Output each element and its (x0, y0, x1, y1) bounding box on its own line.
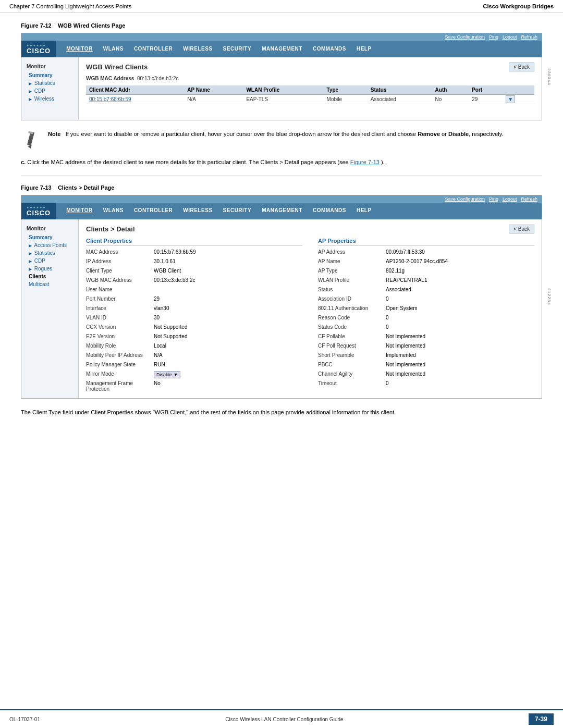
wlan-profile-value: REAPCENTRAL1 (386, 277, 534, 283)
sidebar2-item-accesspoints[interactable]: ▶ Access Points (21, 241, 78, 249)
nav-management[interactable]: MANAGEMENT (256, 41, 308, 57)
short-preamble-label: Short Preamble (318, 352, 386, 358)
arrow-icon: ▶ (29, 81, 32, 86)
policy-value: RUN (154, 362, 302, 367)
sidebar1-item-wireless[interactable]: ▶ Wireless (21, 95, 78, 103)
ping-link2[interactable]: Ping (489, 196, 498, 202)
mirror-dropdown[interactable]: Disable ▼ (154, 371, 180, 378)
detail-row-ap-status: Status Associated (318, 287, 534, 295)
sidebar2-item-statistics[interactable]: ▶ Statistics (21, 249, 78, 257)
detail-row-ip: IP Address 30.1.0.61 (86, 258, 302, 267)
reason-code-value: 0 (386, 315, 534, 320)
nav-help[interactable]: HELP (351, 41, 377, 57)
status-code-label: Status Code (318, 324, 386, 330)
mobility-peer-value: N/A (154, 352, 302, 358)
client-props-title: Client Properties (86, 238, 302, 246)
figure13-caption: Figure 7-13 Clients > Detail Page (21, 184, 542, 191)
wgb-mac-value: 00:13:c3:de:b3:2c (154, 277, 302, 283)
ap-name-value: AP1250-2-0017.94cc.d854 (386, 258, 534, 264)
sidebar1-item-cdp[interactable]: ▶ CDP (21, 87, 78, 95)
footer-left: OL-17037-01 (9, 717, 40, 722)
e2e-value: Not Supported (154, 334, 302, 339)
panel2-nav-items: MONITOR WLANs CONTROLLER WIRELESS SECURI… (61, 203, 542, 219)
cf-poll-req-value: Not Implemented (386, 343, 534, 349)
cisco-logo-text2: CISCO (27, 209, 51, 217)
nav2-security[interactable]: SECURITY (218, 203, 257, 219)
detail-row-cf-pollable: CF Pollable Not Implemented (318, 334, 534, 342)
detail-row-cf-poll-req: CF Poll Request Not Implemented (318, 343, 534, 351)
sidebar1-item-summary[interactable]: Summary (21, 71, 78, 79)
ap-status-value: Associated (386, 287, 534, 292)
logout-link[interactable]: Logout (503, 34, 517, 40)
panel2-topbar: Save Configuration Ping Logout Refresh (21, 195, 542, 203)
note-content: Note If you ever want to disable or remo… (48, 130, 504, 139)
cisco-logo-text: CISCO (27, 47, 51, 55)
sidebar1-item-statistics[interactable]: ▶ Statistics (21, 79, 78, 87)
nav2-monitor[interactable]: MONITOR (61, 203, 98, 219)
username-label: User Name (86, 287, 154, 292)
detail-row-policy: Policy Manager State RUN (86, 362, 302, 370)
refresh-link2[interactable]: Refresh (521, 196, 537, 202)
panel1-sidebar: Monitor Summary ▶ Statistics ▶ CDP ▶ Wir… (21, 57, 79, 120)
ccx-label: CCX Version (86, 324, 154, 330)
detail-row-ap-addr: AP Address 00:09:b7:ff:53:30 (318, 249, 534, 257)
timeout-value: 0 (386, 380, 534, 386)
80211-auth-value: Open System (386, 305, 534, 311)
nav-wireless[interactable]: WIRELESS (178, 41, 217, 57)
interface-value: vlan30 (154, 305, 302, 311)
sidebar2-item-rogues[interactable]: ▶ Rogues (21, 265, 78, 273)
panel1-back-button[interactable]: < Back (509, 63, 534, 71)
nav-wlans[interactable]: WLANs (98, 41, 129, 57)
pbcc-value: Not Implemented (386, 362, 534, 367)
detail-row-channel-agility: Channel Agility Not Implemented (318, 371, 534, 379)
panel2-main: Clients > Detail < Back Client Propertie… (79, 219, 542, 398)
figure13-link[interactable]: Figure 7-13 (350, 159, 380, 165)
ap-props-title: AP Properties (318, 238, 534, 246)
detail-row-wgb-mac: WGB MAC Address 00:13:c3:de:b3:2c (86, 277, 302, 286)
detail-row-mgmt-frame: Management Frame Protection No (86, 380, 302, 392)
col-action (503, 85, 534, 95)
client-type-label: Client Type (86, 268, 154, 274)
row-dropdown[interactable]: ▼ (506, 95, 515, 103)
detail-row-assoc-id: Association ID 0 (318, 296, 534, 304)
nav-commands[interactable]: COMMANDS (308, 41, 351, 57)
sidebar2-item-clients[interactable]: Clients (21, 273, 78, 280)
ping-link[interactable]: Ping (489, 34, 498, 40)
nav2-wlans[interactable]: WLANs (98, 203, 129, 219)
nav2-commands[interactable]: COMMANDS (308, 203, 351, 219)
panel1-main: WGB Wired Clients < Back WGB MAC Address… (79, 57, 542, 120)
nav-monitor[interactable]: MONITOR (61, 41, 98, 57)
logout-link2[interactable]: Logout (503, 196, 517, 202)
sidebar2-item-summary[interactable]: Summary (21, 233, 78, 241)
nav-security[interactable]: SECURITY (218, 41, 257, 57)
refresh-link[interactable]: Refresh (521, 34, 537, 40)
nav2-controller[interactable]: CONTROLLER (129, 203, 178, 219)
type-cell: Mobile (324, 95, 368, 104)
nav2-wireless[interactable]: WIRELESS (178, 203, 217, 219)
nav2-help[interactable]: HELP (351, 203, 377, 219)
sidebar2-item-cdp[interactable]: ▶ CDP (21, 257, 78, 265)
panel1-topbar: Save Configuration Ping Logout Refresh (21, 33, 542, 41)
panel2-back-button[interactable]: < Back (509, 225, 534, 233)
save-config-link2[interactable]: Save Configuration (445, 196, 485, 202)
client-properties-col: Client Properties MAC Address 00:15:b7:6… (86, 238, 302, 393)
ap-addr-label: AP Address (318, 249, 386, 255)
save-config-link[interactable]: Save Configuration (445, 34, 485, 40)
detail-row-interface: Interface vlan30 (86, 305, 302, 314)
panel1-body: Monitor Summary ▶ Statistics ▶ CDP ▶ Wir… (21, 57, 542, 120)
vlan-label: VLAN ID (86, 315, 154, 320)
80211-auth-label: 802.11 Authentication (318, 305, 386, 311)
detail-row-pbcc: PBCC Not Implemented (318, 362, 534, 370)
ip-label: IP Address (86, 258, 154, 264)
detail-columns: Client Properties MAC Address 00:15:b7:6… (86, 238, 534, 393)
reason-code-label: Reason Code (318, 315, 386, 320)
arrow-icon: ▶ (29, 89, 32, 94)
page-footer: OL-17037-01 Cisco Wireless LAN Controlle… (0, 709, 563, 728)
detail-row-short-preamble: Short Preamble Implemented (318, 352, 534, 361)
client-mac-link[interactable]: 00:15:b7:68:6b:59 (89, 96, 131, 102)
sidebar2-item-multicast[interactable]: Multicast (21, 280, 78, 288)
ap-addr-value: 00:09:b7:ff:53:30 (386, 249, 534, 255)
nav2-management[interactable]: MANAGEMENT (256, 203, 308, 219)
nav-controller[interactable]: CONTROLLER (129, 41, 178, 57)
detail-row-ap-name: AP Name AP1250-2-0017.94cc.d854 (318, 258, 534, 267)
